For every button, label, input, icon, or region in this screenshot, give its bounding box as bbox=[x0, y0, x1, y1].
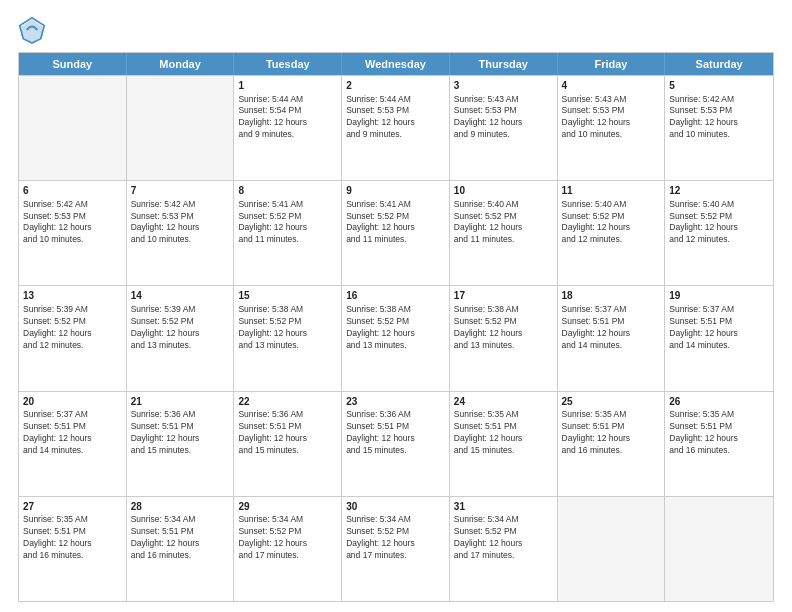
cal-cell-16: 16Sunrise: 5:38 AMSunset: 5:52 PMDayligh… bbox=[342, 286, 450, 390]
logo bbox=[18, 16, 50, 44]
cell-info: Sunrise: 5:34 AMSunset: 5:51 PMDaylight:… bbox=[131, 514, 230, 562]
day-number: 30 bbox=[346, 500, 445, 514]
day-number: 2 bbox=[346, 79, 445, 93]
day-number: 25 bbox=[562, 395, 661, 409]
cal-cell-1: 1Sunrise: 5:44 AMSunset: 5:54 PMDaylight… bbox=[234, 76, 342, 180]
cell-info: Sunrise: 5:44 AMSunset: 5:54 PMDaylight:… bbox=[238, 94, 337, 142]
cell-info: Sunrise: 5:36 AMSunset: 5:51 PMDaylight:… bbox=[238, 409, 337, 457]
day-number: 12 bbox=[669, 184, 769, 198]
week-row-4: 20Sunrise: 5:37 AMSunset: 5:51 PMDayligh… bbox=[19, 391, 773, 496]
day-number: 5 bbox=[669, 79, 769, 93]
week-row-5: 27Sunrise: 5:35 AMSunset: 5:51 PMDayligh… bbox=[19, 496, 773, 601]
cal-cell-empty bbox=[19, 76, 127, 180]
cal-cell-15: 15Sunrise: 5:38 AMSunset: 5:52 PMDayligh… bbox=[234, 286, 342, 390]
cell-info: Sunrise: 5:39 AMSunset: 5:52 PMDaylight:… bbox=[131, 304, 230, 352]
cal-cell-31: 31Sunrise: 5:34 AMSunset: 5:52 PMDayligh… bbox=[450, 497, 558, 601]
cal-cell-11: 11Sunrise: 5:40 AMSunset: 5:52 PMDayligh… bbox=[558, 181, 666, 285]
cal-cell-3: 3Sunrise: 5:43 AMSunset: 5:53 PMDaylight… bbox=[450, 76, 558, 180]
day-header-thursday: Thursday bbox=[450, 53, 558, 75]
cell-info: Sunrise: 5:36 AMSunset: 5:51 PMDaylight:… bbox=[131, 409, 230, 457]
cell-info: Sunrise: 5:36 AMSunset: 5:51 PMDaylight:… bbox=[346, 409, 445, 457]
week-row-3: 13Sunrise: 5:39 AMSunset: 5:52 PMDayligh… bbox=[19, 285, 773, 390]
cell-info: Sunrise: 5:34 AMSunset: 5:52 PMDaylight:… bbox=[454, 514, 553, 562]
cal-cell-4: 4Sunrise: 5:43 AMSunset: 5:53 PMDaylight… bbox=[558, 76, 666, 180]
cal-cell-23: 23Sunrise: 5:36 AMSunset: 5:51 PMDayligh… bbox=[342, 392, 450, 496]
day-number: 6 bbox=[23, 184, 122, 198]
cal-cell-18: 18Sunrise: 5:37 AMSunset: 5:51 PMDayligh… bbox=[558, 286, 666, 390]
cell-info: Sunrise: 5:43 AMSunset: 5:53 PMDaylight:… bbox=[454, 94, 553, 142]
cal-cell-22: 22Sunrise: 5:36 AMSunset: 5:51 PMDayligh… bbox=[234, 392, 342, 496]
day-number: 17 bbox=[454, 289, 553, 303]
cal-cell-12: 12Sunrise: 5:40 AMSunset: 5:52 PMDayligh… bbox=[665, 181, 773, 285]
day-header-saturday: Saturday bbox=[665, 53, 773, 75]
cal-cell-21: 21Sunrise: 5:36 AMSunset: 5:51 PMDayligh… bbox=[127, 392, 235, 496]
cal-cell-20: 20Sunrise: 5:37 AMSunset: 5:51 PMDayligh… bbox=[19, 392, 127, 496]
cell-info: Sunrise: 5:42 AMSunset: 5:53 PMDaylight:… bbox=[23, 199, 122, 247]
day-number: 13 bbox=[23, 289, 122, 303]
day-number: 24 bbox=[454, 395, 553, 409]
cell-info: Sunrise: 5:41 AMSunset: 5:52 PMDaylight:… bbox=[238, 199, 337, 247]
cell-info: Sunrise: 5:44 AMSunset: 5:53 PMDaylight:… bbox=[346, 94, 445, 142]
day-number: 3 bbox=[454, 79, 553, 93]
cell-info: Sunrise: 5:40 AMSunset: 5:52 PMDaylight:… bbox=[562, 199, 661, 247]
day-number: 16 bbox=[346, 289, 445, 303]
cal-cell-28: 28Sunrise: 5:34 AMSunset: 5:51 PMDayligh… bbox=[127, 497, 235, 601]
cell-info: Sunrise: 5:42 AMSunset: 5:53 PMDaylight:… bbox=[669, 94, 769, 142]
page: SundayMondayTuesdayWednesdayThursdayFrid… bbox=[0, 0, 792, 612]
cal-cell-26: 26Sunrise: 5:35 AMSunset: 5:51 PMDayligh… bbox=[665, 392, 773, 496]
day-header-tuesday: Tuesday bbox=[234, 53, 342, 75]
cal-cell-8: 8Sunrise: 5:41 AMSunset: 5:52 PMDaylight… bbox=[234, 181, 342, 285]
logo-icon bbox=[18, 16, 46, 44]
cell-info: Sunrise: 5:35 AMSunset: 5:51 PMDaylight:… bbox=[669, 409, 769, 457]
cell-info: Sunrise: 5:38 AMSunset: 5:52 PMDaylight:… bbox=[238, 304, 337, 352]
day-number: 4 bbox=[562, 79, 661, 93]
cal-cell-29: 29Sunrise: 5:34 AMSunset: 5:52 PMDayligh… bbox=[234, 497, 342, 601]
cell-info: Sunrise: 5:40 AMSunset: 5:52 PMDaylight:… bbox=[454, 199, 553, 247]
calendar-body: 1Sunrise: 5:44 AMSunset: 5:54 PMDaylight… bbox=[19, 75, 773, 601]
cal-cell-10: 10Sunrise: 5:40 AMSunset: 5:52 PMDayligh… bbox=[450, 181, 558, 285]
cal-cell-empty bbox=[127, 76, 235, 180]
cal-cell-14: 14Sunrise: 5:39 AMSunset: 5:52 PMDayligh… bbox=[127, 286, 235, 390]
day-number: 26 bbox=[669, 395, 769, 409]
cal-cell-24: 24Sunrise: 5:35 AMSunset: 5:51 PMDayligh… bbox=[450, 392, 558, 496]
calendar: SundayMondayTuesdayWednesdayThursdayFrid… bbox=[18, 52, 774, 602]
day-number: 7 bbox=[131, 184, 230, 198]
day-number: 11 bbox=[562, 184, 661, 198]
day-number: 20 bbox=[23, 395, 122, 409]
cell-info: Sunrise: 5:40 AMSunset: 5:52 PMDaylight:… bbox=[669, 199, 769, 247]
day-number: 15 bbox=[238, 289, 337, 303]
cal-cell-25: 25Sunrise: 5:35 AMSunset: 5:51 PMDayligh… bbox=[558, 392, 666, 496]
week-row-2: 6Sunrise: 5:42 AMSunset: 5:53 PMDaylight… bbox=[19, 180, 773, 285]
week-row-1: 1Sunrise: 5:44 AMSunset: 5:54 PMDaylight… bbox=[19, 75, 773, 180]
cell-info: Sunrise: 5:35 AMSunset: 5:51 PMDaylight:… bbox=[454, 409, 553, 457]
cell-info: Sunrise: 5:34 AMSunset: 5:52 PMDaylight:… bbox=[238, 514, 337, 562]
day-number: 8 bbox=[238, 184, 337, 198]
cal-cell-27: 27Sunrise: 5:35 AMSunset: 5:51 PMDayligh… bbox=[19, 497, 127, 601]
cell-info: Sunrise: 5:43 AMSunset: 5:53 PMDaylight:… bbox=[562, 94, 661, 142]
cell-info: Sunrise: 5:38 AMSunset: 5:52 PMDaylight:… bbox=[346, 304, 445, 352]
cal-cell-empty bbox=[558, 497, 666, 601]
cal-cell-13: 13Sunrise: 5:39 AMSunset: 5:52 PMDayligh… bbox=[19, 286, 127, 390]
cell-info: Sunrise: 5:41 AMSunset: 5:52 PMDaylight:… bbox=[346, 199, 445, 247]
day-number: 22 bbox=[238, 395, 337, 409]
day-number: 1 bbox=[238, 79, 337, 93]
cell-info: Sunrise: 5:35 AMSunset: 5:51 PMDaylight:… bbox=[562, 409, 661, 457]
cal-cell-7: 7Sunrise: 5:42 AMSunset: 5:53 PMDaylight… bbox=[127, 181, 235, 285]
cell-info: Sunrise: 5:37 AMSunset: 5:51 PMDaylight:… bbox=[562, 304, 661, 352]
day-number: 9 bbox=[346, 184, 445, 198]
day-number: 28 bbox=[131, 500, 230, 514]
day-number: 10 bbox=[454, 184, 553, 198]
cell-info: Sunrise: 5:42 AMSunset: 5:53 PMDaylight:… bbox=[131, 199, 230, 247]
cell-info: Sunrise: 5:37 AMSunset: 5:51 PMDaylight:… bbox=[669, 304, 769, 352]
cell-info: Sunrise: 5:38 AMSunset: 5:52 PMDaylight:… bbox=[454, 304, 553, 352]
cell-info: Sunrise: 5:39 AMSunset: 5:52 PMDaylight:… bbox=[23, 304, 122, 352]
cal-cell-5: 5Sunrise: 5:42 AMSunset: 5:53 PMDaylight… bbox=[665, 76, 773, 180]
cell-info: Sunrise: 5:37 AMSunset: 5:51 PMDaylight:… bbox=[23, 409, 122, 457]
day-number: 23 bbox=[346, 395, 445, 409]
day-header-sunday: Sunday bbox=[19, 53, 127, 75]
day-number: 31 bbox=[454, 500, 553, 514]
day-number: 21 bbox=[131, 395, 230, 409]
cal-cell-9: 9Sunrise: 5:41 AMSunset: 5:52 PMDaylight… bbox=[342, 181, 450, 285]
cal-cell-19: 19Sunrise: 5:37 AMSunset: 5:51 PMDayligh… bbox=[665, 286, 773, 390]
day-header-wednesday: Wednesday bbox=[342, 53, 450, 75]
